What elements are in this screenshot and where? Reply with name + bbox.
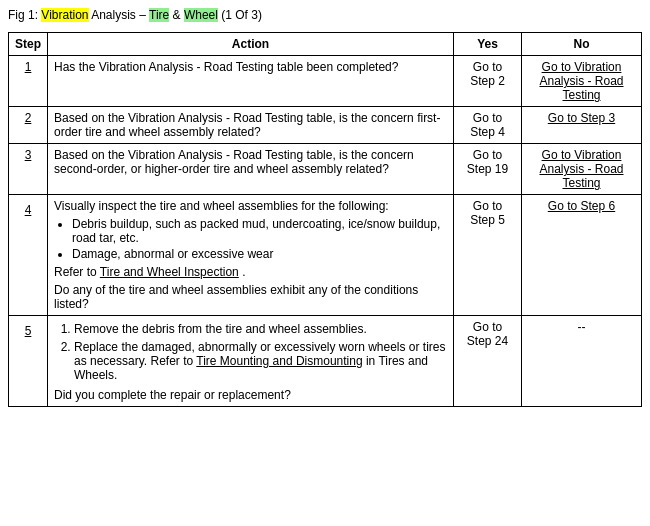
- step-number: 4: [9, 195, 48, 316]
- refer-text: Refer to Tire and Wheel Inspection .: [54, 265, 447, 279]
- step-number: 1: [9, 56, 48, 107]
- bullet-list: Debris buildup, such as packed mud, unde…: [72, 217, 447, 261]
- goto-text: Go toStep 4: [470, 111, 505, 139]
- yes-cell: Go toStep 5: [454, 195, 522, 316]
- vibration-highlight: Vibration: [41, 8, 88, 22]
- tire-highlight: Tire: [149, 8, 169, 22]
- no-value-text: --: [578, 320, 586, 334]
- header-no: No: [522, 33, 642, 56]
- fig-suffix: (1 Of 3): [218, 8, 262, 22]
- diagnostic-table: Step Action Yes No 1 Has the Vibration A…: [8, 32, 642, 407]
- action-text: Based on the Vibration Analysis - Road T…: [54, 111, 440, 139]
- refer-link[interactable]: Tire Mounting and Dismounting: [196, 354, 362, 368]
- goto-link-text: Go to VibrationAnalysis - RoadTesting: [539, 60, 623, 102]
- fig-and-text: &: [169, 8, 184, 22]
- goto-text: Go toStep 19: [467, 148, 508, 176]
- list-item: Debris buildup, such as packed mud, unde…: [72, 217, 447, 245]
- goto-text: Go toStep 24: [467, 320, 508, 348]
- refer-link[interactable]: Tire and Wheel Inspection: [100, 265, 239, 279]
- list-item: Replace the damaged, abnormally or exces…: [74, 340, 447, 382]
- goto-text: Go toStep 5: [470, 199, 505, 227]
- goto-link-text: Go to VibrationAnalysis - RoadTesting: [539, 148, 623, 190]
- action-question: Did you complete the repair or replaceme…: [54, 388, 447, 402]
- header-yes: Yes: [454, 33, 522, 56]
- list-item: Remove the debris from the tire and whee…: [74, 322, 447, 336]
- fig-title: Fig 1: Vibration Analysis – Tire & Wheel…: [8, 8, 642, 22]
- goto-link-text: Go to Step 3: [548, 111, 615, 125]
- no-cell: Go to Step 6: [522, 195, 642, 316]
- header-action: Action: [48, 33, 454, 56]
- no-cell: Go to VibrationAnalysis - RoadTesting: [522, 56, 642, 107]
- yes-cell: Go toStep 24: [454, 316, 522, 407]
- table-row: 3 Based on the Vibration Analysis - Road…: [9, 144, 642, 195]
- goto-link-text: Go to Step 6: [548, 199, 615, 213]
- step-number: 5: [9, 316, 48, 407]
- fig-prefix: Fig 1:: [8, 8, 41, 22]
- list-item: Damage, abnormal or excessive wear: [72, 247, 447, 261]
- action-cell: Visually inspect the tire and wheel asse…: [48, 195, 454, 316]
- table-row: 1 Has the Vibration Analysis - Road Test…: [9, 56, 642, 107]
- fig-analysis-text: Analysis –: [89, 8, 149, 22]
- header-step: Step: [9, 33, 48, 56]
- table-row: 2 Based on the Vibration Analysis - Road…: [9, 107, 642, 144]
- action-cell: Based on the Vibration Analysis - Road T…: [48, 144, 454, 195]
- no-cell: Go to VibrationAnalysis - RoadTesting: [522, 144, 642, 195]
- yes-cell: Go toStep 19: [454, 144, 522, 195]
- no-cell: --: [522, 316, 642, 407]
- table-row: 4 Visually inspect the tire and wheel as…: [9, 195, 642, 316]
- ordered-list: Remove the debris from the tire and whee…: [74, 322, 447, 382]
- action-text: Has the Vibration Analysis - Road Testin…: [54, 60, 398, 74]
- table-row: 5 Remove the debris from the tire and wh…: [9, 316, 642, 407]
- wheel-highlight: Wheel: [184, 8, 218, 22]
- action-intro: Visually inspect the tire and wheel asse…: [54, 199, 447, 213]
- yes-cell: Go toStep 4: [454, 107, 522, 144]
- goto-text: Go toStep 2: [470, 60, 505, 88]
- table-header-row: Step Action Yes No: [9, 33, 642, 56]
- step-number: 3: [9, 144, 48, 195]
- action-cell: Remove the debris from the tire and whee…: [48, 316, 454, 407]
- action-cell: Has the Vibration Analysis - Road Testin…: [48, 56, 454, 107]
- no-cell: Go to Step 3: [522, 107, 642, 144]
- action-cell: Based on the Vibration Analysis - Road T…: [48, 107, 454, 144]
- action-question: Do any of the tire and wheel assemblies …: [54, 283, 447, 311]
- action-text: Based on the Vibration Analysis - Road T…: [54, 148, 414, 176]
- step-number: 2: [9, 107, 48, 144]
- yes-cell: Go toStep 2: [454, 56, 522, 107]
